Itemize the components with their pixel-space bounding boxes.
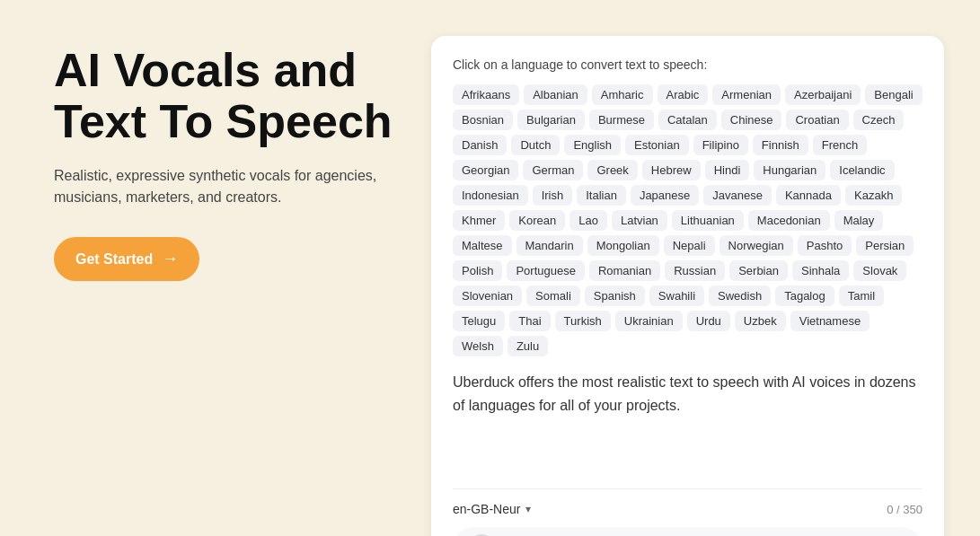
language-tag[interactable]: Bulgarian (517, 110, 585, 130)
language-tag[interactable]: Macedonian (748, 210, 830, 231)
arrow-icon: → (162, 250, 178, 268)
page-title: AI Vocals and Text To Speech (54, 45, 395, 147)
language-tag[interactable]: Polish (453, 260, 502, 281)
language-tag[interactable]: Hungarian (754, 160, 825, 180)
language-tag[interactable]: Kannada (776, 185, 841, 206)
language-tag[interactable]: Armenian (712, 84, 781, 105)
language-tag[interactable]: Norwegian (720, 235, 793, 256)
language-tag[interactable]: Mandarin (516, 235, 583, 256)
language-tag[interactable]: Icelandic (830, 160, 894, 180)
language-tag[interactable]: Estonian (625, 135, 689, 155)
subtitle-text: Realistic, expressive synthetic vocals f… (54, 165, 395, 208)
language-tag[interactable]: Pashto (798, 235, 852, 256)
language-tag[interactable]: Croatian (786, 110, 848, 130)
language-tag[interactable]: Kazakh (845, 185, 902, 206)
language-tag[interactable]: Georgian (453, 160, 518, 180)
language-tag[interactable]: Korean (509, 210, 565, 231)
language-tag[interactable]: Persian (856, 235, 914, 256)
language-tag[interactable]: Telugu (453, 311, 505, 331)
language-tag[interactable]: Javanese (703, 185, 772, 206)
language-tag[interactable]: Irish (533, 185, 573, 206)
get-started-button[interactable]: Get Started → (54, 237, 199, 281)
get-started-label: Get Started (75, 251, 153, 268)
audio-player: ✕ (453, 527, 923, 536)
language-tag[interactable]: Bengali (865, 84, 922, 105)
language-tag[interactable]: Hebrew (642, 160, 701, 180)
language-tag[interactable]: Nepali (664, 235, 715, 256)
language-tag[interactable]: Arabic (658, 84, 709, 105)
language-tag[interactable]: Greek (587, 160, 637, 180)
language-tag[interactable]: Zulu (508, 336, 548, 356)
language-tag[interactable]: English (564, 135, 621, 155)
language-tag[interactable]: Swahili (649, 286, 704, 306)
language-tag[interactable]: Dutch (511, 135, 560, 155)
description-text: Uberduck offers the most realistic text … (453, 371, 923, 417)
language-tag[interactable]: Czech (853, 110, 905, 130)
page-wrapper: AI Vocals and Text To Speech Realistic, … (0, 0, 980, 536)
language-tag[interactable]: Spanish (585, 286, 645, 306)
left-panel: AI Vocals and Text To Speech Realistic, … (54, 36, 395, 281)
language-tag[interactable]: Vietnamese (790, 311, 870, 331)
language-tag[interactable]: Malay (834, 210, 884, 231)
language-tag[interactable]: Tagalog (775, 286, 834, 306)
language-tag[interactable]: Filipino (693, 135, 748, 155)
language-tag[interactable]: Amharic (592, 84, 653, 105)
voice-selector[interactable]: en-GB-Neur ▾ (453, 502, 531, 516)
language-tag[interactable]: Lao (569, 210, 607, 231)
language-tag[interactable]: Japanese (631, 185, 699, 206)
language-tag[interactable]: Latvian (612, 210, 667, 231)
language-tag[interactable]: Ukrainian (615, 311, 683, 331)
language-tag[interactable]: Danish (453, 135, 507, 155)
language-tag[interactable]: Thai (509, 311, 550, 331)
voice-selector-label: en-GB-Neur (453, 502, 520, 516)
language-tag[interactable]: Russian (665, 260, 725, 281)
language-tag[interactable]: Khmer (453, 210, 505, 231)
language-tag[interactable]: French (813, 135, 867, 155)
language-tag[interactable]: Catalan (658, 110, 717, 130)
language-tag[interactable]: Chinese (721, 110, 782, 130)
char-count: 0 / 350 (887, 503, 923, 516)
language-tag[interactable]: Slovak (853, 260, 906, 281)
language-tag[interactable]: Italian (577, 185, 626, 206)
language-tag[interactable]: Romanian (589, 260, 660, 281)
bottom-controls: en-GB-Neur ▾ 0 / 350 ✕ (453, 488, 923, 536)
language-tag[interactable]: Portuguese (507, 260, 585, 281)
language-tag[interactable]: Uzbek (735, 311, 786, 331)
language-tag[interactable]: Slovenian (453, 286, 522, 306)
language-tag[interactable]: Finnish (753, 135, 808, 155)
language-tags-container: AfrikaansAlbanianAmharicArabicArmenianAz… (453, 84, 923, 356)
language-tag[interactable]: Bosnian (453, 110, 513, 130)
right-panel: Click on a language to convert text to s… (431, 36, 944, 536)
language-tag[interactable]: Maltese (453, 235, 512, 256)
language-tag[interactable]: Turkish (555, 311, 611, 331)
language-tag[interactable]: Serbian (729, 260, 788, 281)
language-tag[interactable]: Albanian (524, 84, 587, 105)
language-tag[interactable]: Sinhala (792, 260, 849, 281)
language-tag[interactable]: Burmese (589, 110, 654, 130)
language-tag[interactable]: Mongolian (587, 235, 659, 256)
language-tag[interactable]: Urdu (687, 311, 730, 331)
language-tag[interactable]: Azerbaijani (785, 84, 861, 105)
language-tag[interactable]: Swedish (709, 286, 771, 306)
language-tag[interactable]: German (523, 160, 583, 180)
language-tag[interactable]: Lithuanian (672, 210, 744, 231)
chevron-down-icon: ▾ (525, 503, 531, 515)
language-tag[interactable]: Welsh (453, 336, 503, 356)
voice-selector-row: en-GB-Neur ▾ 0 / 350 (453, 502, 923, 516)
language-header-text: Click on a language to convert text to s… (453, 57, 707, 72)
language-header: Click on a language to convert text to s… (453, 57, 923, 72)
language-tag[interactable]: Indonesian (453, 185, 528, 206)
language-tag[interactable]: Afrikaans (453, 84, 519, 105)
language-tag[interactable]: Hindi (705, 160, 750, 180)
language-tag[interactable]: Somali (526, 286, 580, 306)
language-tag[interactable]: Tamil (839, 286, 884, 306)
